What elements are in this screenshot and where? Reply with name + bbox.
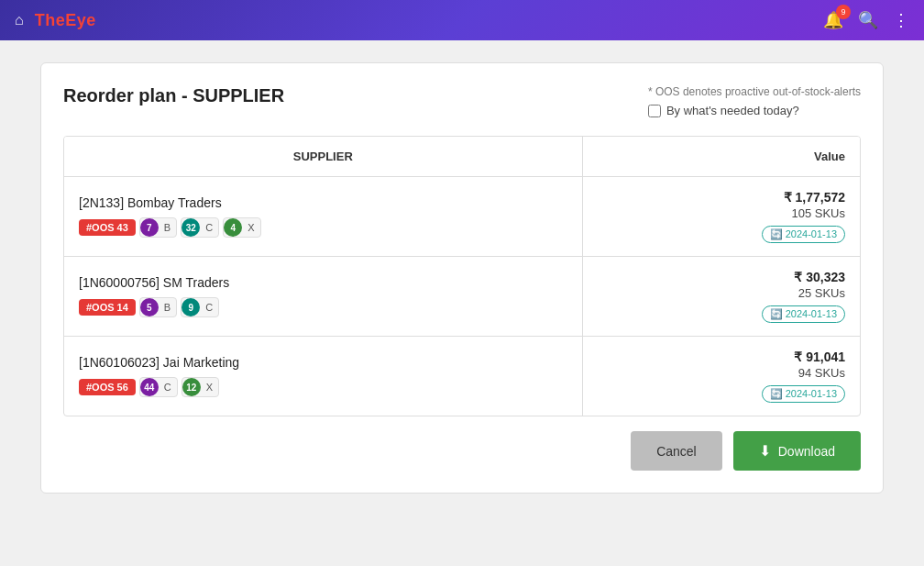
date-badge: 🔄 2024-01-13 [762,226,845,243]
download-label: Download [778,444,835,459]
oos-badge: #OOS 43 [79,219,136,236]
oos-badge: #OOS 14 [79,299,136,316]
num-badge: 9 [182,298,200,316]
cat-label: B [159,299,176,316]
category-group: 5B [139,297,177,317]
cat-label: C [200,219,218,236]
skus: 94 SKUs [598,366,845,380]
col-value: Value [582,137,860,177]
category-group: 44C [139,377,178,397]
app-logo: TheEye [35,11,96,30]
cat-label: B [159,219,176,236]
menu-icon[interactable]: ⋮ [893,10,909,30]
num-badge: 32 [182,218,200,237]
badges-row: #OOS 5644C12X [79,377,567,397]
page-title: Reorder plan - SUPPLIER [63,85,284,106]
oos-note: * OOS denotes proactive out-of-stock-ale… [648,85,861,98]
supplier-cell: [1N60000756] SM Traders#OOS 145B9C [64,257,582,337]
notification-icon[interactable]: 🔔 9 [823,10,843,30]
nav-left: ⌂ TheEye [15,11,96,30]
price: ₹ 30,323 [598,270,845,284]
nav-right: 🔔 9 🔍 ⋮ [823,10,909,30]
value-cell: ₹ 30,32325 SKUs🔄 2024-01-13 [582,257,860,337]
supplier-table-container: SUPPLIER Value [2N133] Bombay Traders#OO… [63,136,861,416]
price: ₹ 1,77,572 [598,190,845,205]
home-icon[interactable]: ⌂ [15,12,24,28]
category-group: 12X [182,377,219,397]
skus: 25 SKUs [598,286,845,300]
oos-badge: #OOS 56 [79,379,136,395]
category-group: 9C [181,297,219,317]
by-needed-today-checkbox[interactable] [648,105,661,117]
num-badge: 4 [224,218,242,237]
reorder-plan-card: Reorder plan - SUPPLIER * OOS denotes pr… [40,62,884,494]
supplier-cell: [1N60106023] Jai Marketing#OOS 5644C12X [64,337,582,416]
header-right: * OOS denotes proactive out-of-stock-ale… [648,85,861,117]
card-footer: Cancel ⬇ Download [63,431,861,471]
table-row: [1N60106023] Jai Marketing#OOS 5644C12X₹… [64,337,860,416]
badges-row: #OOS 437B32C4X [79,217,567,238]
checkbox-label[interactable]: By what's needed today? [666,104,799,117]
top-navigation: ⌂ TheEye 🔔 9 🔍 ⋮ [0,0,924,40]
download-button[interactable]: ⬇ Download [733,431,861,471]
main-content: Reorder plan - SUPPLIER * OOS denotes pr… [0,40,924,566]
supplier-table: SUPPLIER Value [2N133] Bombay Traders#OO… [64,137,860,416]
skus: 105 SKUs [598,206,845,220]
cat-label: C [200,299,218,316]
download-icon: ⬇ [759,442,771,460]
col-supplier: SUPPLIER [64,137,582,177]
table-header-row: SUPPLIER Value [64,137,860,177]
num-badge: 5 [140,298,159,316]
table-row: [2N133] Bombay Traders#OOS 437B32C4X₹ 1,… [64,177,860,257]
date-badge: 🔄 2024-01-13 [762,305,845,323]
card-header: Reorder plan - SUPPLIER * OOS denotes pr… [63,85,861,117]
category-group: 7B [139,217,177,238]
cat-label: X [201,379,218,395]
num-badge: 12 [182,378,201,396]
cat-label: X [242,219,259,236]
price: ₹ 91,041 [598,350,845,364]
cancel-button[interactable]: Cancel [631,431,722,471]
num-badge: 44 [140,378,159,396]
supplier-cell: [2N133] Bombay Traders#OOS 437B32C4X [64,177,582,257]
category-group: 32C [181,217,219,238]
value-cell: ₹ 1,77,572105 SKUs🔄 2024-01-13 [582,177,860,257]
badges-row: #OOS 145B9C [79,297,567,317]
supplier-name: [2N133] Bombay Traders [79,195,567,210]
table-row: [1N60000756] SM Traders#OOS 145B9C₹ 30,3… [64,257,860,337]
value-cell: ₹ 91,04194 SKUs🔄 2024-01-13 [582,337,860,416]
supplier-name: [1N60000756] SM Traders [79,275,567,290]
category-group: 4X [223,217,260,238]
cat-label: C [159,379,177,395]
filter-checkbox-row: By what's needed today? [648,104,861,117]
date-badge: 🔄 2024-01-13 [762,385,845,403]
search-icon[interactable]: 🔍 [858,10,878,30]
notification-badge: 9 [836,5,851,19]
supplier-name: [1N60106023] Jai Marketing [79,355,567,370]
num-badge: 7 [140,218,159,237]
